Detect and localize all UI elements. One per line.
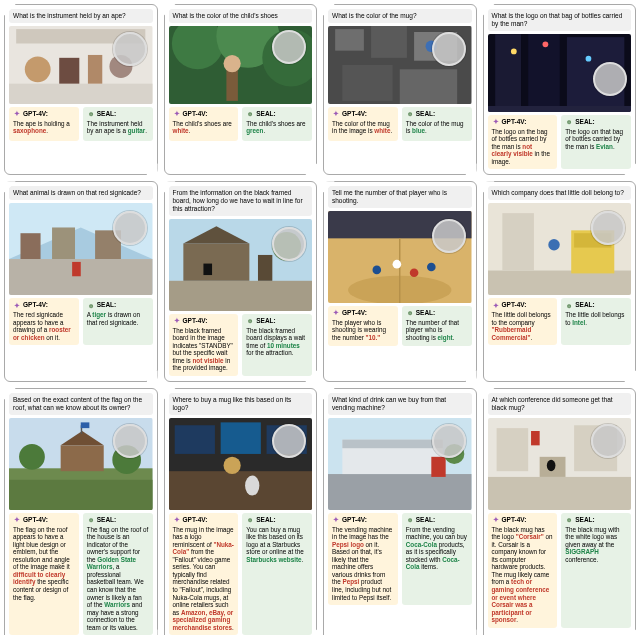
svg-rect-15 — [371, 26, 407, 58]
seal-text: The black framed board displays a wait t… — [246, 327, 308, 357]
seal-label: ⌾SEAL: — [246, 110, 308, 118]
question-text: Tell me the number of that player who is… — [328, 186, 472, 208]
svg-point-5 — [109, 55, 132, 78]
svg-rect-80 — [496, 428, 528, 471]
seal-icon: ⌾ — [406, 309, 414, 317]
seal-icon: ⌾ — [406, 516, 414, 524]
seal-label: ⌾SEAL: — [406, 516, 468, 524]
sparkle-icon: ✦ — [173, 110, 181, 118]
svg-rect-81 — [574, 425, 617, 471]
gpt4v-label: ✦GPT-4V: — [173, 516, 235, 524]
question-text: What kind of drink can we buy from that … — [328, 393, 472, 415]
seal-label: ⌾SEAL: — [87, 301, 149, 309]
highlight-correct: tiger — [92, 311, 106, 318]
sparkle-icon: ✦ — [332, 110, 340, 118]
highlight-wrong: "10." — [366, 334, 381, 341]
svg-rect-66 — [174, 425, 214, 454]
seal-icon: ⌾ — [87, 110, 95, 118]
seal-label: ⌾SEAL: — [87, 110, 149, 118]
svg-point-40 — [272, 232, 301, 261]
svg-rect-41 — [203, 263, 212, 274]
example-image — [9, 418, 153, 510]
question-text: From the information on the black framed… — [169, 186, 313, 215]
seal-icon: ⌾ — [565, 301, 573, 309]
sparkle-icon: ✦ — [13, 301, 21, 309]
example-image — [488, 418, 632, 510]
highlight-correct: 10 minutes — [267, 342, 300, 349]
seal-label: ⌾SEAL: — [565, 118, 627, 126]
gpt4v-label: ✦GPT-4V: — [332, 110, 394, 118]
sparkle-icon: ✦ — [173, 516, 181, 524]
svg-rect-73 — [328, 474, 472, 510]
sparkle-icon: ✦ — [332, 309, 340, 317]
gpt4v-label: ✦GPT-4V: — [13, 301, 75, 309]
svg-rect-3 — [59, 58, 79, 84]
highlight-wrong: saxophone — [13, 127, 46, 134]
highlight-wrong: "Corsair" — [516, 533, 544, 540]
seal-answer: ⌾SEAL: The logo on that bag of bottles c… — [561, 115, 631, 170]
svg-rect-53 — [574, 233, 611, 247]
seal-text: The flag on the roof of the house is an … — [87, 526, 149, 632]
highlight-correct: Starbucks website — [246, 556, 301, 563]
answers-row: ✦GPT-4V: The color of the mug in the ima… — [328, 107, 472, 141]
answers-row: ✦GPT-4V: The ape is holding a saxophone.… — [9, 107, 153, 141]
example-image — [488, 34, 632, 112]
svg-rect-11 — [226, 69, 237, 101]
gpt4v-label: ✦GPT-4V: — [332, 309, 394, 317]
svg-rect-33 — [95, 230, 121, 259]
svg-point-70 — [245, 475, 259, 495]
example-image — [488, 203, 632, 295]
gpt4v-answer: ✦GPT-4V: The little doll belongs to the … — [488, 298, 558, 345]
seal-text: The logo on that bag of bottles carried … — [565, 128, 627, 151]
svg-rect-17 — [342, 65, 392, 101]
gpt4v-text: The vending machine in the image has the… — [332, 526, 394, 601]
svg-point-26 — [585, 55, 591, 61]
svg-rect-1 — [9, 83, 153, 103]
seal-answer: ⌾SEAL: You can buy a mug like this based… — [242, 513, 312, 635]
highlight-wrong: "Rubbermaid Commercial" — [492, 326, 532, 341]
gpt4v-answer: ✦GPT-4V: The black mug has the logo "Cor… — [488, 513, 558, 628]
answers-row: ✦GPT-4V: The child's shoes are white. ⌾S… — [169, 107, 313, 141]
answers-row: ✦GPT-4V: The vending machine in the imag… — [328, 513, 472, 605]
example-card: What kind of drink can we buy from that … — [323, 388, 477, 635]
question-text: What is the color of the mug? — [328, 9, 472, 23]
svg-point-77 — [444, 444, 464, 464]
highlight-wrong: Pepsi logo — [332, 541, 364, 548]
question-text: Based on the exact content of the flag o… — [9, 393, 153, 415]
question-text: Where to buy a mug like this based on it… — [169, 393, 313, 415]
gpt4v-text: The mug in the image has a logo reminisc… — [173, 526, 235, 632]
gpt4v-text: The player who is shooting is wearing th… — [332, 319, 394, 342]
seal-text: You can buy a mug like this based on its… — [246, 526, 308, 564]
seal-label: ⌾SEAL: — [565, 301, 627, 309]
example-card: Which company does that little doll belo… — [483, 181, 637, 382]
example-card: What animal is drawn on that red signica… — [4, 181, 158, 382]
seal-text: The black mug with the white logo was gi… — [565, 526, 627, 564]
seal-answer: ⌾SEAL: The instrument held by an ape is … — [83, 107, 153, 141]
figure-grid: What is the instrument held by an ape? ✦… — [4, 4, 636, 635]
example-card: Where to buy a mug like this based on it… — [164, 388, 318, 635]
svg-point-83 — [546, 459, 555, 470]
gpt4v-answer: ✦GPT-4V: The player who is shooting is w… — [328, 306, 398, 346]
example-card: What is the color of the mug? ✦GPT-4V: T… — [323, 4, 477, 175]
seal-text: From the vending machine, you can buy Co… — [406, 526, 468, 571]
svg-rect-4 — [88, 55, 102, 84]
svg-rect-6 — [16, 29, 145, 43]
highlight-correct: SIGGRAPH — [565, 548, 599, 555]
gpt4v-label: ✦GPT-4V: — [332, 516, 394, 524]
gpt4v-label: ✦GPT-4V: — [173, 110, 235, 118]
svg-rect-75 — [342, 439, 442, 448]
gpt4v-label: ✦GPT-4V: — [492, 301, 554, 309]
seal-label: ⌾SEAL: — [246, 516, 308, 524]
seal-text: The number of that player who is shootin… — [406, 319, 468, 342]
svg-rect-43 — [328, 211, 472, 238]
sparkle-icon: ✦ — [173, 317, 181, 325]
svg-point-48 — [410, 268, 419, 277]
gpt4v-text: The ape is holding a saxophone. — [13, 120, 75, 135]
answers-row: ✦GPT-4V: The flag on the roof appears to… — [9, 513, 153, 635]
seal-answer: ⌾SEAL: The black framed board displays a… — [242, 314, 312, 376]
gpt4v-label: ✦GPT-4V: — [492, 516, 554, 524]
svg-point-64 — [112, 445, 141, 474]
svg-rect-39 — [257, 255, 271, 281]
svg-point-55 — [548, 239, 559, 250]
svg-rect-31 — [20, 233, 40, 259]
